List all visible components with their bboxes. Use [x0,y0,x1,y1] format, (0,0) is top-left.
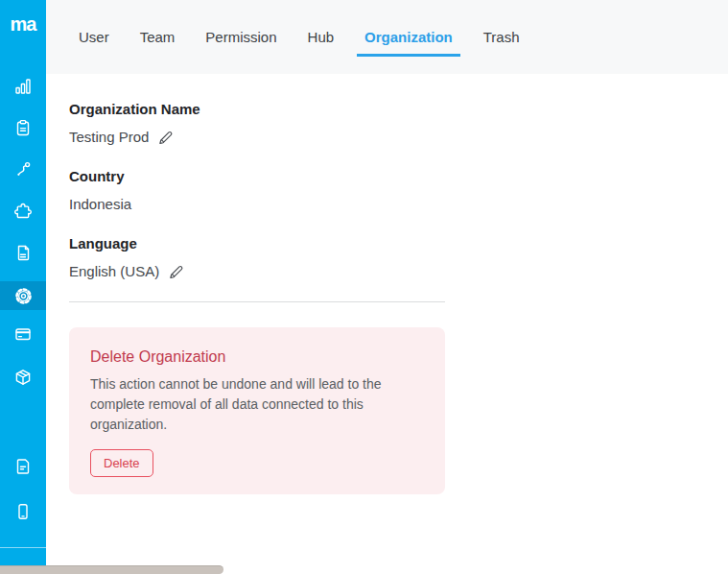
tab-team[interactable]: Team [132,29,183,57]
tab-organization[interactable]: Organization [357,29,460,57]
tab-trash[interactable]: Trash [476,29,528,57]
sidebar-item-flows[interactable] [0,155,46,183]
horizontal-scrollbar-thumb[interactable] [0,565,223,574]
route-icon [14,160,32,178]
topbar: User Team Permission Hub Organization Tr… [46,0,728,74]
sidebar-item-billing-docs[interactable] [0,238,46,267]
pencil-icon [157,130,174,146]
organization-name-value: Testing Prod [69,128,149,147]
sidebar-item-integrations[interactable] [0,196,46,225]
mobile-icon [14,503,32,520]
country-label: Country [69,167,728,186]
credit-card-icon [14,325,32,343]
sidebar-divider [0,547,46,548]
language-row: English (USA) [69,262,728,281]
sidebar: ma [0,0,46,574]
sidebar-item-settings[interactable] [0,281,46,310]
tab-user[interactable]: User [71,29,117,57]
bar-chart-icon [14,78,32,95]
file-text-icon [14,458,32,475]
sidebar-item-payments[interactable] [0,320,46,348]
organization-name-row: Testing Prod [69,128,728,147]
pencil-icon [168,264,184,280]
package-icon [14,369,32,386]
language-value: English (USA) [69,262,159,281]
tab-permission[interactable]: Permission [198,29,284,57]
delete-organization-card: Delete Organization This action cannot b… [69,327,445,494]
puzzle-icon [14,202,32,219]
delete-button[interactable]: Delete [90,449,153,477]
clipboard-icon [14,119,32,136]
organization-name-label: Organization Name [69,100,728,119]
delete-organization-description: This action cannot be undone and will le… [90,374,401,435]
sidebar-item-analytics[interactable] [0,72,46,101]
country-value: Indonesia [69,195,131,214]
sidebar-item-products[interactable] [0,363,46,392]
sidebar-item-mobile-app[interactable] [0,497,46,526]
sidebar-item-tasks[interactable] [0,113,46,142]
organization-settings-panel: Organization Name Testing Prod Country I… [46,74,728,574]
edit-language-icon[interactable] [168,264,184,280]
language-label: Language [69,234,728,253]
delete-organization-title: Delete Organization [90,347,424,368]
country-row: Indonesia [69,195,728,214]
tab-hub[interactable]: Hub [300,29,342,57]
gear-icon [14,287,33,305]
app-root: ma [0,0,728,574]
app-logo[interactable]: ma [0,13,46,36]
sidebar-item-reports[interactable] [0,452,46,481]
section-divider [69,301,445,302]
invoice-icon [14,244,32,261]
settings-tabs: User Team Permission Hub Organization Tr… [46,0,728,57]
edit-organization-name-icon[interactable] [157,130,174,146]
